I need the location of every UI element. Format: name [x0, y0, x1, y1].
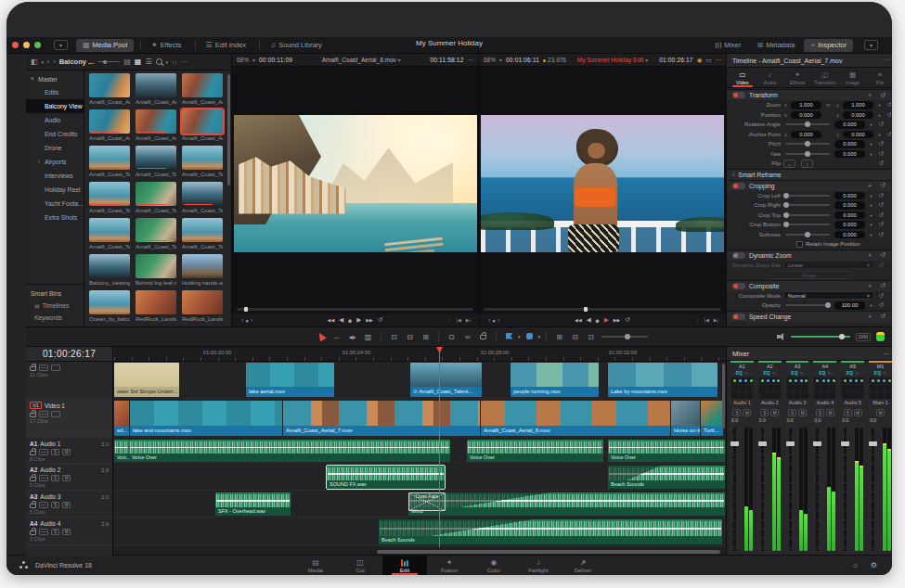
fader[interactable] [816, 428, 819, 551]
tab-video[interactable]: ▭ Video [729, 68, 756, 87]
reset-icon[interactable]: ↺ [877, 211, 886, 219]
slider[interactable] [785, 234, 830, 236]
media-clip[interactable]: Balcony_viewing_o... [89, 254, 130, 287]
in-point-icon[interactable]: |◀ [705, 317, 709, 324]
solo-button[interactable]: S [816, 409, 824, 416]
bin-item-interviews[interactable]: Interviews [26, 169, 84, 183]
timeline-scrubber[interactable] [484, 308, 721, 311]
timeline-clip[interactable]: Amalfi_Coast_Aerial_8.mov [481, 401, 670, 436]
fader[interactable] [872, 428, 874, 551]
keyframe-add-icon[interactable]: + [868, 183, 872, 189]
timeline-audio-clip[interactable]: Voice Over [608, 440, 725, 462]
media-clip[interactable]: Amalfi_Coast_Aeri... [182, 73, 223, 106]
color-viewer-icon[interactable]: ◉ [697, 57, 703, 64]
timeline-clip[interactable]: Turtl... [701, 401, 723, 436]
media-clip[interactable]: Amalfi_Coast_Aeri... [182, 109, 223, 142]
page-fairlight[interactable]: ♪Fairlight [516, 556, 561, 576]
clip-thumbnail[interactable] [182, 254, 223, 278]
track-header-a1[interactable]: A1 Audio 1 2.0SM8 Clips [26, 439, 112, 464]
media-clip[interactable]: RedRock_Landsca... [182, 290, 223, 323]
snapping-icon[interactable]: Ω [445, 333, 459, 341]
tab-effects[interactable]: ✦ Effects [783, 68, 811, 87]
back-icon[interactable]: ‹ [47, 58, 49, 65]
inspector-options-icon[interactable]: ⋯ [884, 57, 890, 64]
monitor-icon[interactable] [51, 411, 60, 417]
track-header-v2[interactable]: 11 Clips [26, 362, 112, 399]
timeline-clip[interactable]: ower 3rd Simple Underl... [114, 363, 179, 397]
close-window-button[interactable] [12, 42, 19, 48]
step-back-icon[interactable]: ◀ [587, 316, 591, 324]
timeline-clip[interactable]: ⊙ Amalfi_Coast_Talent... [410, 363, 482, 397]
media-clip[interactable]: Amalfi_Coast_Tale... [136, 182, 176, 214]
source-scrubber[interactable] [237, 308, 473, 311]
sort-icon[interactable]: ↑↓ [172, 59, 177, 65]
media-clip[interactable]: Amalfi_Coast_Tale... [182, 182, 223, 214]
media-clip[interactable]: Behind big leaf.mp4 [136, 254, 176, 287]
keyframe-icon[interactable]: + [868, 302, 874, 308]
track-badge[interactable]: A1 [30, 441, 37, 447]
minimize-window-button[interactable] [23, 42, 30, 48]
bin-sidebar-toggle-icon[interactable]: ◧ [31, 58, 38, 66]
keyframe-icon[interactable]: + [868, 222, 874, 227]
chevron-down-icon[interactable]: ▾ [398, 57, 401, 63]
eq-button[interactable]: EQ∿ [758, 369, 782, 377]
eq-button[interactable]: EQ∿ [730, 369, 754, 377]
media-clip[interactable]: Amalfi_Coast_Aeri... [89, 73, 130, 106]
zoom-full-icon[interactable]: ⊞ [552, 333, 566, 341]
timeline-audio-clip[interactable]: Wind [408, 492, 725, 516]
viewer-options-icon[interactable]: ⋯ [468, 57, 474, 64]
page-deliver[interactable]: ➔Deliver [561, 556, 605, 576]
reset-icon[interactable]: ↺ [877, 262, 886, 269]
track-header-a2[interactable]: A2 Audio 2 2.0SM5 Clips [26, 465, 112, 491]
overwrite-clip-icon[interactable]: ⊟ [403, 333, 417, 341]
tab-audio[interactable]: ♪ Audio [756, 68, 784, 87]
marker-icon[interactable] [523, 333, 537, 341]
timeline-zoom-slider[interactable] [601, 336, 648, 338]
reset-icon[interactable]: ↺ [877, 192, 886, 199]
checkbox[interactable] [796, 241, 803, 248]
media-pool-button[interactable]: ▦ Media Pool [76, 39, 134, 52]
match-frame-icon[interactable]: ◌ [696, 317, 700, 324]
slider[interactable] [785, 214, 830, 216]
clip-thumbnail[interactable] [182, 109, 223, 134]
lock-icon[interactable] [30, 530, 36, 535]
source-clip-name[interactable]: Amalfi_Coast_Aerial_8.mov [322, 57, 396, 63]
track-header-v1[interactable]: V1 Video 117 Clips [26, 400, 112, 438]
insert-clip-icon[interactable]: ⊡ [387, 333, 401, 341]
thumb-size-slider[interactable] [97, 61, 120, 62]
home-icon[interactable]: ⌂ [853, 561, 858, 569]
monitor-icon[interactable] [51, 364, 60, 371]
track-lane-a2[interactable]: SOUND FX.wav Beach Sounds [114, 465, 726, 491]
clip-thumbnail[interactable] [182, 218, 223, 242]
step-back-icon[interactable]: ◀ [339, 316, 343, 324]
auto-select-icon[interactable] [39, 529, 48, 535]
search-icon[interactable] [156, 58, 162, 65]
forward-icon[interactable]: › [53, 58, 55, 65]
auto-select-icon[interactable] [39, 449, 48, 455]
timeline-clip[interactable]: Amalfi_Coast_Aerial_7.mov [283, 401, 480, 436]
reset-icon[interactable]: ↺ [880, 182, 886, 189]
bin-item-balcony-view[interactable]: Balcony View [26, 99, 84, 113]
reset-icon[interactable]: ↺ [880, 251, 886, 259]
page-edit[interactable]: Edit [382, 556, 427, 576]
track-badge[interactable]: V1 [30, 402, 42, 409]
flag-icon[interactable] [502, 333, 516, 341]
timeline-clip[interactable]: lake aerial.mov [246, 363, 334, 397]
bin-item-audio[interactable]: Audio [26, 113, 84, 127]
clip-thumbnail[interactable] [136, 254, 176, 278]
chevron-down-icon[interactable]: ▾ [645, 57, 648, 63]
replace-clip-icon[interactable]: ⊞ [419, 333, 433, 341]
go-to-end-icon[interactable]: ▶▶ [614, 317, 621, 323]
mute-button[interactable]: M [62, 449, 71, 455]
section-toggle[interactable] [732, 183, 745, 189]
timeline-audio-clip[interactable]: SOUND FX.wav [327, 466, 445, 489]
zoom-detail-icon[interactable]: ⊟ [568, 333, 582, 341]
value-field[interactable]: 0.000 [843, 131, 873, 139]
lock-icon[interactable] [30, 451, 36, 455]
auto-select-icon[interactable] [39, 475, 48, 481]
bin-item-airports[interactable]: › Airports [26, 155, 84, 169]
viewer-options-icon[interactable]: ⋯ [716, 57, 722, 64]
media-clip[interactable]: Amalfi_Coast_Aeri... [136, 73, 176, 106]
media-clip[interactable]: Amalfi_Coast_Aeri... [89, 109, 130, 142]
reset-icon[interactable]: ↺ [877, 121, 886, 128]
